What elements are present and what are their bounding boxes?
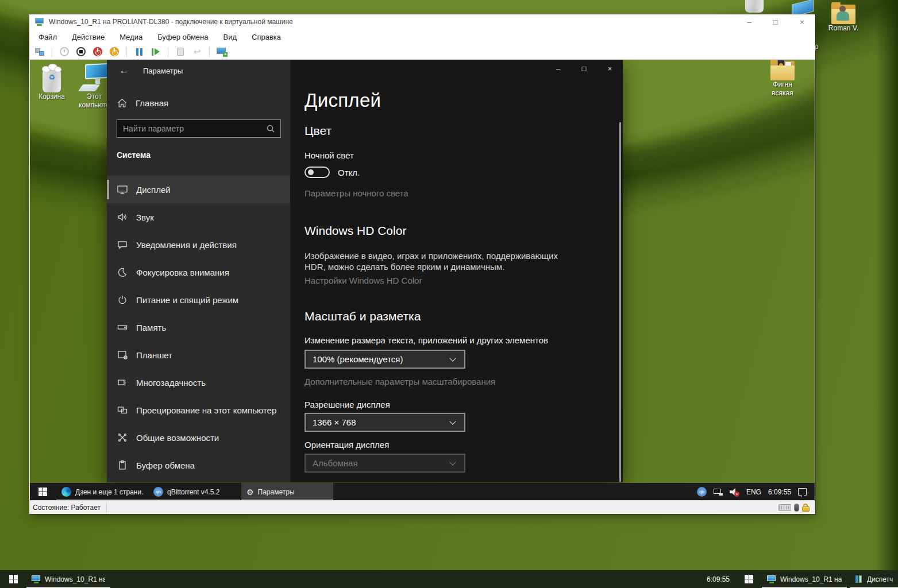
sidebar-item-home[interactable]: Главная	[107, 93, 290, 113]
sidebar-item-clipboard[interactable]: Буфер обмена	[107, 451, 290, 479]
enhanced-session-button[interactable]: +	[216, 46, 228, 57]
edge-icon	[61, 487, 71, 497]
task-label: Параметры	[258, 488, 295, 496]
sidebar-item-display[interactable]: Дисплей	[107, 176, 290, 203]
settings-app-title: Параметры	[143, 67, 183, 75]
host-recycle-bin-icon[interactable]	[743, 0, 766, 13]
language-indicator[interactable]: ENG	[746, 488, 761, 496]
host-user-folder-label: Roman V.	[827, 24, 860, 33]
toolbar-separator	[168, 47, 168, 57]
host-task-vmconnect[interactable]: Windows_10_R1 на P...	[26, 570, 110, 588]
scale-section-heading: Масштаб и разметка	[305, 310, 421, 323]
task-label: Windows_10_R1 на P...	[780, 575, 842, 583]
checkpoint-button[interactable]	[175, 46, 186, 57]
menu-action[interactable]: Действие	[72, 33, 105, 41]
start-vm-button[interactable]	[59, 46, 70, 57]
sidebar-item-label: Общие возможности	[136, 433, 219, 443]
scale-dropdown[interactable]: 100% (рекомендуется)	[305, 350, 465, 369]
menu-view[interactable]: Вид	[223, 33, 237, 41]
vm-maximize-button[interactable]: □	[762, 14, 789, 29]
vm-menubar: Файл Действие Медиа Буфер обмена Вид Спр…	[29, 29, 815, 44]
color-section-heading: Цвет	[305, 124, 332, 138]
volume-muted-tray-icon[interactable]: ×	[730, 488, 739, 496]
windows-logo-icon	[38, 488, 47, 496]
settings-close-button[interactable]: ×	[597, 60, 623, 77]
settings-maximize-button[interactable]: □	[571, 60, 597, 77]
save-vm-button[interactable]	[109, 46, 120, 57]
sidebar-item-notifications[interactable]: Уведомления и действия	[107, 231, 290, 258]
advanced-scaling-link[interactable]: Дополнительные параметры масштабирования	[305, 377, 495, 386]
orientation-dropdown[interactable]: Альбомная	[305, 454, 465, 473]
sidebar-item-projecting[interactable]: Проецирование на этот компьютер	[107, 396, 290, 424]
vm-system-tray: qb × ENG 6:09:55	[697, 483, 815, 501]
night-light-toggle[interactable]	[305, 167, 330, 178]
taskbar-task-qbittorrent[interactable]: qb qBittorrent v4.5.2	[148, 483, 240, 501]
vm-titlebar[interactable]: Windows_10_R1 на PROLIANT-DL380 - подклю…	[29, 14, 815, 29]
network-tray-icon[interactable]	[714, 489, 723, 496]
sidebar-item-tablet[interactable]: Планшет	[107, 341, 290, 369]
host-screen: Roman V. р Windows_10_R1 на PROLIANT-DL3…	[0, 0, 898, 588]
taskbar-task-settings[interactable]: ⚙ Параметры	[241, 483, 333, 501]
qbittorrent-icon: qb	[153, 487, 163, 497]
clipboard-icon	[117, 459, 128, 471]
home-icon	[117, 98, 128, 109]
hdr-settings-link[interactable]: Настройки Windows HD Color	[305, 276, 422, 285]
windows-logo-icon	[9, 575, 18, 583]
lock-status-icon	[802, 504, 810, 512]
host-user-folder-icon[interactable]: Roman V.	[827, 5, 860, 33]
night-light-state: Откл.	[338, 168, 360, 177]
vm-clock[interactable]: 6:09:55	[768, 488, 791, 496]
vm-stuff-folder-icon[interactable]: Фигня всякая	[761, 61, 804, 98]
resolution-dropdown[interactable]: 1366 × 768	[305, 413, 465, 432]
menu-file[interactable]: Файл	[38, 33, 57, 41]
task-label: Windows_10_R1 на P...	[45, 575, 105, 583]
notifications-icon	[117, 239, 128, 250]
shutdown-button[interactable]	[92, 46, 103, 57]
night-light-label: Ночной свет	[305, 150, 354, 160]
sidebar-item-sound[interactable]: Звук	[107, 203, 290, 231]
sidebar-item-focus[interactable]: Фокусировка внимания	[107, 258, 290, 286]
vm-status-bar: Состояние: Работает	[29, 500, 815, 514]
recycle-symbol: ♻	[40, 73, 63, 82]
menu-clipboard[interactable]: Буфер обмена	[157, 33, 208, 41]
sidebar-item-label: Многозадачность	[136, 378, 206, 388]
vm-recycle-bin-icon[interactable]: ♻ Корзина	[30, 63, 74, 101]
vm-start-button[interactable]	[30, 483, 55, 501]
orientation-label: Ориентация дисплея	[305, 440, 389, 450]
revert-button[interactable]: ↩	[191, 46, 203, 57]
host-task-taskmanager[interactable]: Диспетчер	[850, 570, 898, 588]
host-clock[interactable]: 6:09:55	[707, 570, 730, 588]
action-center-icon[interactable]	[798, 488, 807, 496]
host-start-button[interactable]	[0, 570, 26, 588]
settings-search-box[interactable]	[117, 119, 281, 138]
turn-off-button[interactable]	[75, 46, 87, 57]
sound-icon	[117, 211, 128, 223]
sidebar-item-storage[interactable]: Память	[107, 314, 290, 341]
search-icon[interactable]	[266, 124, 275, 133]
sidebar-item-label: Питание и спящий режим	[136, 295, 238, 305]
ctrl-alt-del-button[interactable]	[34, 46, 45, 57]
qbittorrent-tray-icon[interactable]: qb	[697, 487, 707, 497]
taskbar-task-edge[interactable]: Дзен и еще 1 страни...	[56, 483, 148, 501]
sidebar-item-shared[interactable]: Общие возможности	[107, 424, 290, 451]
sidebar-item-multitasking[interactable]: Многозадачность	[107, 369, 290, 396]
scrollbar[interactable]	[619, 122, 621, 482]
night-light-settings-link[interactable]: Параметры ночного света	[305, 188, 408, 198]
windows-logo-icon	[745, 575, 753, 583]
menu-help[interactable]: Справка	[252, 33, 281, 41]
mouse-status-icon	[794, 504, 799, 512]
folder-front	[770, 65, 795, 80]
host-start-button-2[interactable]	[735, 570, 762, 588]
pause-vm-button[interactable]	[133, 46, 145, 57]
reset-vm-button[interactable]	[150, 46, 161, 57]
settings-minimize-button[interactable]: –	[545, 60, 571, 77]
sidebar-item-power[interactable]: Питание и спящий режим	[107, 286, 290, 314]
menu-media[interactable]: Медиа	[120, 33, 142, 41]
vm-close-button[interactable]: ×	[789, 14, 815, 29]
resolution-label: Разрешение дисплея	[305, 400, 390, 409]
search-input[interactable]	[117, 124, 266, 133]
back-button[interactable]: ←	[115, 64, 133, 78]
host-task-vmconnect-2[interactable]: Windows_10_R1 на P...	[762, 570, 847, 588]
storage-icon	[117, 322, 128, 333]
vm-minimize-button[interactable]: –	[736, 14, 762, 29]
